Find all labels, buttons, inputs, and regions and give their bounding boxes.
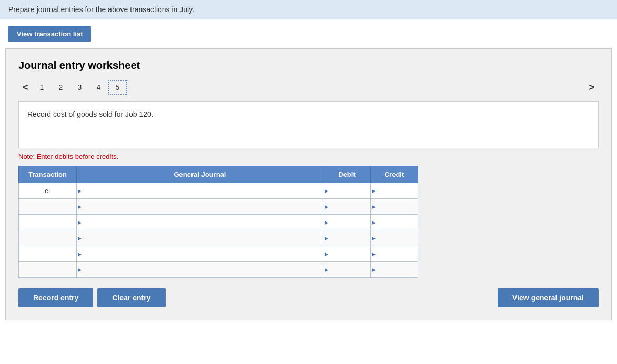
input-debit-0[interactable] — [329, 183, 370, 198]
instruction-text: Prepare journal entries for the above tr… — [8, 5, 194, 14]
cell-general-3[interactable] — [77, 230, 323, 246]
journal-table: Transaction General Journal Debit Credit… — [18, 166, 418, 278]
cell-debit-0[interactable] — [323, 183, 371, 199]
page-1[interactable]: 1 — [33, 81, 52, 94]
cell-credit-1[interactable] — [371, 199, 418, 215]
input-credit-1[interactable] — [376, 199, 418, 214]
worksheet-container: Journal entry worksheet < 1 2 3 4 5 > Re… — [5, 48, 612, 320]
input-debit-5[interactable] — [329, 262, 370, 277]
cell-general-1[interactable] — [77, 199, 323, 215]
cell-debit-2[interactable] — [323, 215, 371, 230]
record-entry-button[interactable]: Record entry — [18, 288, 93, 307]
cell-transaction-3 — [19, 230, 77, 246]
table-row: e. — [19, 183, 418, 199]
cell-general-2[interactable] — [77, 215, 323, 230]
clear-entry-button[interactable]: Clear entry — [97, 288, 165, 307]
instruction-bar: Prepare journal entries for the above tr… — [0, 0, 617, 19]
next-page-arrow[interactable]: > — [584, 81, 599, 94]
cell-credit-3[interactable] — [371, 230, 418, 246]
input-general-0[interactable] — [82, 183, 323, 198]
buttons-row: Record entry Clear entry View general jo… — [18, 288, 599, 307]
table-row — [19, 199, 418, 215]
table-row — [19, 215, 418, 230]
table-header-row: Transaction General Journal Debit Credit — [19, 166, 418, 183]
description-box: Record cost of goods sold for Job 120. — [18, 101, 599, 148]
input-debit-1[interactable] — [329, 199, 370, 214]
prev-page-arrow[interactable]: < — [18, 81, 33, 94]
cell-transaction-0: e. — [19, 183, 77, 199]
input-general-5[interactable] — [82, 262, 323, 277]
header-debit: Debit — [323, 166, 371, 183]
cell-transaction-5 — [19, 262, 77, 278]
cell-credit-2[interactable] — [371, 215, 418, 230]
input-debit-2[interactable] — [329, 215, 370, 230]
input-general-4[interactable] — [82, 246, 323, 261]
page-5[interactable]: 5 — [108, 80, 127, 95]
input-credit-0[interactable] — [376, 183, 418, 198]
cell-debit-4[interactable] — [323, 246, 371, 262]
worksheet-title: Journal entry worksheet — [18, 59, 599, 72]
view-transaction-list-button[interactable]: View transaction list — [8, 26, 91, 42]
note-text: Note: Enter debits before credits. — [18, 153, 599, 160]
page-4[interactable]: 4 — [89, 81, 108, 94]
cell-transaction-1 — [19, 199, 77, 215]
pagination-row: < 1 2 3 4 5 > — [18, 80, 599, 95]
input-general-1[interactable] — [82, 199, 323, 214]
input-credit-3[interactable] — [376, 230, 418, 246]
input-general-3[interactable] — [82, 230, 323, 246]
cell-general-4[interactable] — [77, 246, 323, 262]
cell-debit-5[interactable] — [323, 262, 371, 278]
header-transaction: Transaction — [19, 166, 77, 183]
page-3[interactable]: 3 — [70, 81, 89, 94]
input-credit-5[interactable] — [376, 262, 418, 277]
input-general-2[interactable] — [82, 215, 323, 230]
input-credit-4[interactable] — [376, 246, 418, 261]
header-credit: Credit — [371, 166, 418, 183]
view-general-journal-button[interactable]: View general journal — [498, 288, 599, 307]
cell-debit-3[interactable] — [323, 230, 371, 246]
cell-credit-5[interactable] — [371, 262, 418, 278]
table-row — [19, 246, 418, 262]
cell-transaction-2 — [19, 215, 77, 230]
cell-transaction-4 — [19, 246, 77, 262]
table-row — [19, 262, 418, 278]
cell-debit-1[interactable] — [323, 199, 371, 215]
top-button-row: View transaction list — [0, 19, 617, 48]
page-2[interactable]: 2 — [52, 81, 70, 94]
cell-credit-4[interactable] — [371, 246, 418, 262]
input-debit-3[interactable] — [329, 230, 370, 246]
input-debit-4[interactable] — [329, 246, 370, 261]
description-text: Record cost of goods sold for Job 120. — [27, 110, 154, 118]
cell-general-5[interactable] — [77, 262, 323, 278]
cell-general-0[interactable] — [77, 183, 323, 199]
cell-credit-0[interactable] — [371, 183, 418, 199]
table-row — [19, 230, 418, 246]
header-general-journal: General Journal — [77, 166, 323, 183]
input-credit-2[interactable] — [376, 215, 418, 230]
